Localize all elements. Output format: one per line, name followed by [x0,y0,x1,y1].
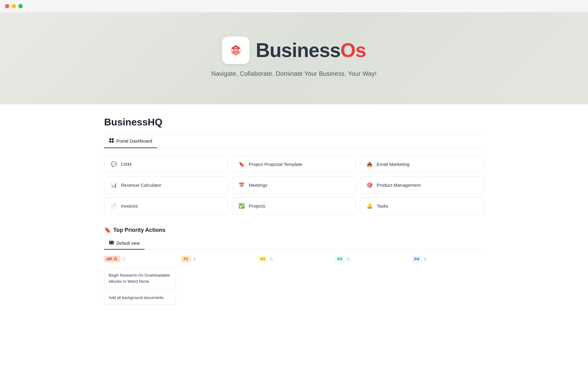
svg-rect-4 [112,141,114,143]
app-card-invoices[interactable]: 📄 Invoices [104,197,228,214]
app-card-meetings[interactable]: 📅 Meetings [232,176,356,194]
top-priority-title: Top Priority Actions [113,227,165,233]
priority-col-header-hp: HP 🔥 2 [104,256,176,265]
revenue-calculator-icon: 📊 [111,182,117,188]
hero-banner: BusinessOs Navigate, Collaborate, Domina… [0,12,588,104]
priority-col-hp: HP 🔥 2 Begin Research On Downloadable eB… [104,256,176,307]
projects-icon: ✅ [238,202,245,209]
app-grid: 💬 CRM 🔖 Project Proposal Template 📤 Emai… [104,155,484,214]
titlebar [0,0,588,12]
task-card[interactable]: Add all background documents. [104,291,176,305]
task-card[interactable]: Begin Research On Downloadable eBooks In… [104,268,176,288]
svg-rect-7 [112,241,114,244]
product-management-icon: 🎯 [366,182,373,188]
meetings-icon: 📅 [238,182,245,188]
close-button[interactable] [5,4,9,8]
priority-col-header-p3: P3 0 [335,256,407,265]
projects-label: Projects [249,203,265,209]
priority-col-p4: P4 0 [412,256,484,307]
crm-label: CRM [121,162,131,167]
svg-rect-3 [109,141,111,143]
email-marketing-label: Email Marketing [377,162,410,167]
app-card-revenue-calculator[interactable]: 📊 Revenue Calculator [104,176,228,194]
app-card-email-marketing[interactable]: 📤 Email Marketing [360,155,484,173]
badge-p1: P1 [181,256,191,262]
page-title: BusinessHQ [104,117,484,128]
main-tabs: Portal Dashboard [104,134,484,148]
email-marketing-icon: 📤 [366,161,373,167]
portal-dashboard-icon [109,138,114,144]
main-content: BusinessHQ Portal Dashboard 💬 CRM 🔖 Proj… [80,104,508,320]
crm-icon: 💬 [111,161,117,167]
brand-name: BusinessOs [256,39,366,62]
svg-rect-1 [109,138,111,140]
app-card-project-proposal[interactable]: 🔖 Project Proposal Template [232,155,356,173]
project-proposal-icon: 🔖 [238,161,245,167]
badge-p3: P3 [335,256,345,262]
tasks-label: Tasks [377,203,388,209]
priority-col-p2: P2 0 [258,256,330,307]
logo-container: BusinessOs [222,36,366,64]
badge-hp: HP 🔥 [104,256,120,262]
logo-icon [222,36,250,64]
priority-count-hp: 2 [123,257,125,262]
priority-count-p2: 0 [270,257,273,262]
app-card-product-management[interactable]: 🎯 Product Management [360,176,484,194]
app-card-projects[interactable]: ✅ Projects [232,197,356,214]
priority-col-p3: P3 0 [335,256,407,307]
priority-col-header-p1: P1 0 [181,256,253,265]
priority-col-header-p4: P4 0 [412,256,484,265]
priority-tabs: Default view [104,237,484,250]
svg-rect-6 [111,241,112,244]
hero-subtitle: Navigate, Collaborate, Dominate Your Bus… [211,70,377,77]
priority-count-p4: 0 [424,257,427,262]
priority-board: HP 🔥 2 Begin Research On Downloadable eB… [104,256,484,307]
bookmark-icon: 🔖 [104,227,111,233]
app-card-crm[interactable]: 💬 CRM [104,155,228,173]
tab-default-view[interactable]: Default view [104,237,145,250]
revenue-calculator-label: Revenue Calculator [121,182,161,188]
meetings-label: Meetings [249,182,267,188]
priority-col-p1: P1 0 [181,256,253,307]
tasks-icon: 🔔 [366,202,373,209]
badge-p4: P4 [412,256,422,262]
badge-p2: P2 [258,256,268,262]
priority-count-p1: 0 [193,257,196,262]
priority-col-header-p2: P2 0 [258,256,330,265]
default-view-label: Default view [116,241,140,246]
maximize-button[interactable] [18,4,23,8]
svg-rect-2 [112,138,114,140]
product-management-label: Product Management [377,182,420,188]
minimize-button[interactable] [12,4,16,8]
app-card-tasks[interactable]: 🔔 Tasks [360,197,484,214]
top-priority-header: 🔖 Top Priority Actions [104,227,484,233]
project-proposal-label: Project Proposal Template [249,162,302,167]
invoices-icon: 📄 [111,202,117,209]
default-view-icon [109,240,114,246]
tab-portal-dashboard[interactable]: Portal Dashboard [104,134,157,148]
priority-count-p3: 0 [347,257,350,262]
tab-portal-label: Portal Dashboard [116,138,152,144]
svg-rect-5 [109,241,111,244]
invoices-label: Invoices [121,203,138,209]
